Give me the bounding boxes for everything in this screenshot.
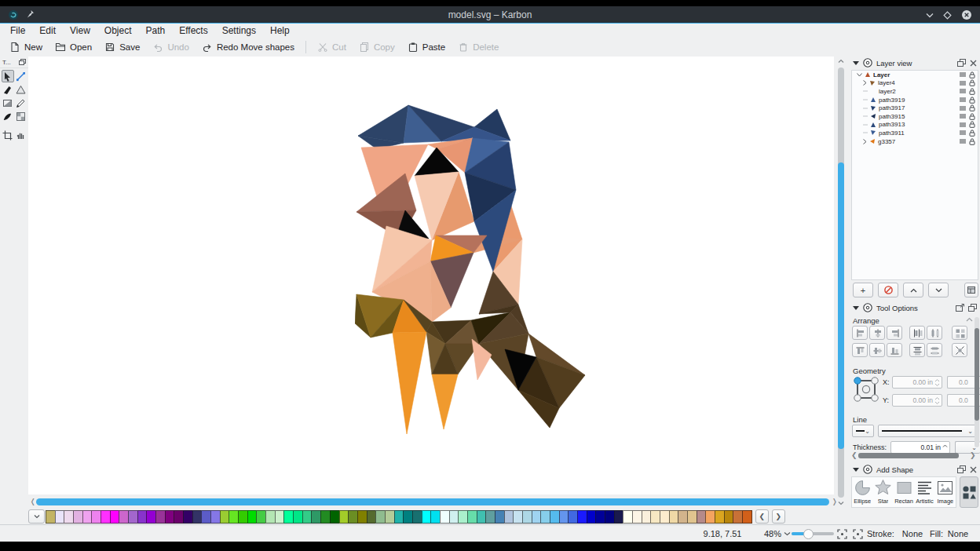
menu-path[interactable]: Path xyxy=(139,24,173,38)
distribute-left-button[interactable] xyxy=(909,326,925,340)
open-button[interactable]: Open xyxy=(49,38,98,56)
float-icon[interactable] xyxy=(968,304,977,312)
fill-value[interactable]: None xyxy=(942,525,974,542)
stroke-value[interactable]: None xyxy=(897,525,928,542)
pan-tool[interactable] xyxy=(15,129,27,141)
add-artistic-shape[interactable]: Artistic xyxy=(915,479,934,505)
layer-row-path3919[interactable]: path3919 xyxy=(852,96,978,104)
lock-icon[interactable] xyxy=(969,113,975,120)
view-mode-button[interactable] xyxy=(964,283,978,297)
vscroll-thumb[interactable] xyxy=(838,162,844,449)
layer-row-g3357[interactable]: g3357 xyxy=(852,137,978,146)
redo-move-shapes-button[interactable]: Redo Move shapes xyxy=(196,38,301,56)
save-button[interactable]: Save xyxy=(98,38,146,56)
visibility-icon[interactable] xyxy=(960,72,966,77)
add-image-shape[interactable]: Image xyxy=(936,479,955,505)
distribute-vcenter-button[interactable] xyxy=(927,343,942,357)
menu-edit[interactable]: Edit xyxy=(32,24,63,38)
visibility-icon[interactable] xyxy=(960,81,966,86)
align-left-button[interactable] xyxy=(852,326,868,340)
zoom-page-icon[interactable] xyxy=(853,525,863,542)
delete-button[interactable]: Delete xyxy=(452,38,505,56)
visibility-icon[interactable] xyxy=(960,122,966,127)
gradient-tool[interactable] xyxy=(2,97,14,109)
lock-icon[interactable] xyxy=(969,88,975,95)
undo-button[interactable]: Undo xyxy=(146,38,196,56)
lowpoly-bird-artwork[interactable] xyxy=(355,94,591,440)
layer-row-Layer[interactable]: Layer xyxy=(852,71,978,79)
anchor-selector[interactable] xyxy=(852,375,880,403)
zoom-selection-icon[interactable] xyxy=(837,525,847,542)
zoom-slider[interactable] xyxy=(792,525,834,542)
canvas-hscrollbar[interactable]: ❬ ❭ xyxy=(28,494,834,509)
lock-icon[interactable] xyxy=(969,130,975,137)
tool-options-hscrollbar[interactable]: ❮ ❯ xyxy=(851,451,975,460)
color-swatch-76[interactable] xyxy=(742,510,752,524)
titlebar[interactable]: model.svg – Karbon xyxy=(0,6,980,24)
visibility-icon[interactable] xyxy=(960,106,966,111)
align-top-button[interactable] xyxy=(852,343,868,357)
scroll-left-icon[interactable]: ❬ xyxy=(30,498,36,505)
palette-scroll-right-button[interactable]: ❯ xyxy=(772,509,785,524)
line-tool[interactable] xyxy=(15,70,27,82)
select-tool[interactable] xyxy=(2,70,14,82)
visibility-icon[interactable] xyxy=(960,130,966,135)
menu-view[interactable]: View xyxy=(63,24,97,38)
distribute-hcenter-button[interactable] xyxy=(927,326,942,340)
minimize-icon[interactable] xyxy=(926,13,934,18)
lock-icon[interactable] xyxy=(969,121,975,128)
x-input[interactable]: 0.00 in xyxy=(892,376,942,389)
new-button[interactable]: New xyxy=(3,38,49,56)
paste-button[interactable]: Paste xyxy=(401,38,452,56)
align-bottom-button[interactable] xyxy=(887,343,902,357)
polygon-tool[interactable] xyxy=(15,83,27,96)
scroll-up-icon[interactable] xyxy=(838,59,844,64)
zoom-level[interactable]: 48% xyxy=(764,525,791,542)
collapse-icon[interactable] xyxy=(853,61,859,65)
lock-icon[interactable] xyxy=(969,104,975,111)
scroll-down-icon[interactable] xyxy=(838,501,844,505)
align-right-button[interactable] xyxy=(887,326,902,340)
lock-icon[interactable] xyxy=(969,79,975,86)
layer-row-layer4[interactable]: layer4 xyxy=(852,79,978,88)
copy-button[interactable]: Copy xyxy=(353,38,401,56)
lock-icon[interactable] xyxy=(969,97,975,104)
artwork-polygon-42[interactable] xyxy=(432,374,458,429)
tool-options-vscrollbar[interactable] xyxy=(975,317,979,447)
crop-tool[interactable] xyxy=(2,129,14,141)
artwork-polygon-41[interactable] xyxy=(393,332,426,434)
ungroup-button[interactable] xyxy=(952,343,967,357)
visibility-icon[interactable] xyxy=(960,139,966,144)
align-hcenter-button[interactable] xyxy=(869,326,885,340)
canvas-vscrollbar[interactable] xyxy=(834,57,848,509)
line-style-combo[interactable]: ⌄ xyxy=(852,425,874,437)
add-rectan-shape[interactable]: Rectan xyxy=(894,479,913,505)
visibility-icon[interactable] xyxy=(960,89,966,93)
distribute-top-button[interactable] xyxy=(909,343,925,357)
float-icon[interactable] xyxy=(957,59,966,67)
visibility-icon[interactable] xyxy=(960,114,966,119)
menu-settings[interactable]: Settings xyxy=(215,24,263,38)
pattern-tool[interactable] xyxy=(15,110,27,122)
maximize-icon[interactable] xyxy=(943,11,952,20)
layer-row-path3917[interactable]: path3917 xyxy=(852,104,978,112)
delete-layer-button[interactable] xyxy=(878,283,898,297)
menu-effects[interactable]: Effects xyxy=(172,24,214,38)
visibility-icon[interactable] xyxy=(960,97,966,102)
palette-scroll-left-button[interactable]: ❮ xyxy=(755,509,769,524)
close-icon[interactable] xyxy=(970,60,977,67)
collapse-icon[interactable] xyxy=(853,468,859,472)
brush-tool[interactable] xyxy=(2,110,14,122)
menu-object[interactable]: Object xyxy=(97,24,139,38)
add-ellipse-shape[interactable]: Ellipse xyxy=(853,479,872,505)
layer-row-path3911[interactable]: path3911 xyxy=(852,129,978,137)
raise-layer-button[interactable] xyxy=(903,283,923,297)
add-star-shape[interactable]: Star xyxy=(873,479,892,505)
layer-row-path3913[interactable]: path3913 xyxy=(852,121,978,130)
menu-help[interactable]: Help xyxy=(263,24,297,38)
hscroll-thumb[interactable] xyxy=(36,498,829,505)
calligraphy-tool[interactable] xyxy=(2,83,14,96)
detach-icon[interactable] xyxy=(956,304,964,312)
float-icon[interactable] xyxy=(957,465,966,473)
section-collapse-icon[interactable] xyxy=(966,317,973,322)
